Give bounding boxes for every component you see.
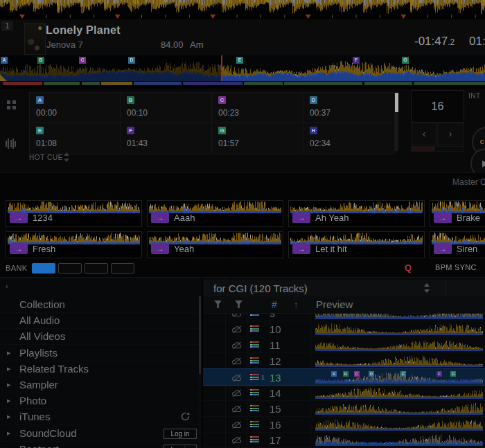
track-row-11[interactable]: 11: [203, 337, 485, 353]
track-number: 11: [270, 339, 281, 351]
refresh-icon[interactable]: [180, 411, 191, 422]
bank-label: BANK: [6, 264, 28, 272]
login-button[interactable]: Log in: [164, 445, 197, 448]
pad-waveform-canvas: [149, 233, 281, 244]
cue-badge-b: B: [127, 96, 134, 104]
bpm-sync-button[interactable]: BPM SYNC: [435, 263, 477, 271]
preview-waveform-canvas[interactable]: [315, 433, 483, 446]
cloud-off-icon: [231, 324, 242, 337]
sort-toggle-icon[interactable]: [423, 282, 431, 294]
sampler-pad-ah-yeah[interactable]: → Ah Yeah: [288, 200, 425, 227]
sampler-pad-let-it-hit[interactable]: → Let it hit: [288, 231, 425, 258]
sort-ascending-icon[interactable]: ↑: [294, 299, 299, 310]
hot-cue-slot-a[interactable]: A 00:00: [29, 92, 121, 124]
sidebar-item-beatport[interactable]: ▶ Beatport Log in: [0, 441, 198, 448]
hot-cue-slot-e[interactable]: E 01:08: [29, 123, 121, 154]
bank-button-4[interactable]: [111, 263, 134, 274]
sidebar-item-collection[interactable]: Collection: [0, 296, 198, 313]
master-cue-label[interactable]: Master Cue: [452, 177, 485, 187]
beat-jump-back-button[interactable]: ‹: [411, 123, 437, 145]
my-tag-icon: [250, 325, 259, 332]
hot-cue-slot-g[interactable]: G 01:57: [211, 123, 303, 154]
zoom-waveform[interactable]: [0, 0, 485, 19]
sampler-pad-aaah[interactable]: → Aaah: [147, 200, 283, 227]
pad-load-button[interactable]: →: [10, 213, 28, 223]
preview-waveform-canvas[interactable]: [315, 402, 483, 415]
preview-waveform-canvas[interactable]: [315, 418, 483, 431]
pad-mode-selector[interactable]: HOT CUE: [28, 151, 76, 166]
time-remaining[interactable]: -01:47.2: [414, 35, 455, 48]
track-row-16[interactable]: 16: [203, 416, 485, 433]
pad-load-button[interactable]: →: [151, 213, 169, 223]
filter-icon[interactable]: [235, 301, 242, 308]
expand-arrow-icon[interactable]: ▶: [7, 414, 10, 420]
preview-waveform-canvas[interactable]: [315, 338, 483, 351]
my-tag-icon: [250, 357, 259, 364]
cue-bank-scrollbar-thumb[interactable]: [395, 93, 398, 112]
sampler-pad-brake[interactable]: → Brake: [430, 200, 485, 227]
preview-waveform-canvas[interactable]: [315, 354, 483, 367]
sidebar-item-sampler[interactable]: ▶ Sampler: [0, 377, 198, 393]
sampler-pad-fresh[interactable]: → Fresh: [6, 231, 142, 258]
track-row-15[interactable]: 15: [203, 400, 485, 417]
track-row-14[interactable]: 14: [203, 384, 485, 401]
sidebar-item-related-tracks[interactable]: ▶ Related Tracks: [0, 361, 198, 377]
expand-arrow-icon[interactable]: ▶: [7, 366, 10, 372]
hot-cue-slot-h[interactable]: H 02:34: [303, 123, 395, 154]
filter-icon[interactable]: [214, 301, 222, 308]
sidebar-item-soundcloud[interactable]: ▶ SoundCloud Log in: [0, 425, 198, 442]
pad-grid-icon[interactable]: [7, 100, 16, 109]
pad-waveform-canvas: [8, 201, 140, 213]
hot-cue-slot-d[interactable]: D 00:37: [303, 92, 395, 124]
beat-jump-forward-button[interactable]: ›: [437, 123, 464, 145]
track-row-10[interactable]: 10: [203, 321, 485, 337]
pad-load-button[interactable]: →: [434, 244, 452, 254]
phrase-segment: [101, 82, 132, 85]
time-remaining-frac: .2: [448, 37, 455, 47]
sidebar-collapse-icon[interactable]: ›: [6, 282, 8, 290]
playlist-header[interactable]: for CGI (120 Tracks): [203, 280, 485, 296]
quantize-button[interactable]: Q: [405, 262, 412, 273]
column-preview[interactable]: Preview: [316, 298, 353, 310]
track-row-12[interactable]: 12: [203, 352, 485, 369]
sidebar-item-itunes[interactable]: ▶ iTunes: [0, 409, 198, 425]
overview-waveform[interactable]: ABCDEFG: [0, 55, 485, 81]
expand-arrow-icon[interactable]: ▶: [7, 398, 10, 404]
sampler-pad-1234[interactable]: → 1234: [6, 200, 142, 227]
sidebar-item-photo[interactable]: ▶ Photo: [0, 393, 198, 409]
preview-waveform-canvas[interactable]: [315, 386, 483, 399]
hot-cue-slot-c[interactable]: C 00:23: [211, 92, 303, 124]
cue-badge-f: F: [127, 127, 134, 134]
login-button[interactable]: Log in: [164, 429, 197, 439]
cue-bank-scrollbar-track[interactable]: [395, 112, 398, 151]
sidebar-item-all-audio[interactable]: All Audio: [0, 312, 198, 329]
sampler-pad-siren[interactable]: → Siren: [430, 231, 485, 258]
zoom-waveform-canvas: [0, 0, 485, 19]
pad-load-button[interactable]: →: [434, 213, 452, 223]
expand-arrow-icon[interactable]: ▶: [7, 431, 10, 436]
sidebar-scrollbar-thumb[interactable]: [199, 296, 201, 374]
preview-waveform-canvas[interactable]: [315, 322, 483, 335]
expand-arrow-icon[interactable]: ▶: [7, 350, 10, 356]
track-row-17[interactable]: 17: [203, 431, 485, 448]
column-number[interactable]: #: [272, 299, 277, 310]
bank-button-2[interactable]: [58, 263, 82, 274]
bank-button-3[interactable]: [85, 263, 108, 274]
expand-arrow-icon[interactable]: ▶: [7, 382, 10, 388]
sampler-pad-yeah[interactable]: → Yeah: [147, 231, 283, 258]
waveform-view-icon[interactable]: [6, 138, 17, 149]
hot-cue-slot-f[interactable]: F 01:43: [120, 123, 212, 154]
track-row-13[interactable]: 113ABCDEFG: [203, 368, 485, 386]
preview-waveform-canvas[interactable]: [315, 370, 483, 384]
phrase-strip: [0, 81, 485, 87]
sidebar-item-all-videos[interactable]: All Videos: [0, 328, 198, 345]
pad-load-button[interactable]: →: [292, 213, 310, 223]
bank-button-1[interactable]: [32, 263, 55, 274]
pad-load-button[interactable]: →: [151, 244, 169, 254]
pad-load-button[interactable]: →: [292, 244, 310, 254]
pad-load-button[interactable]: →: [10, 244, 28, 254]
sidebar-item-playlists[interactable]: ▶ Playlists: [0, 345, 198, 361]
hot-cue-slot-b[interactable]: B 00:10: [120, 92, 212, 124]
beat-jump-value[interactable]: 16: [411, 90, 464, 123]
overview-cue-marker-e: E: [236, 57, 243, 64]
